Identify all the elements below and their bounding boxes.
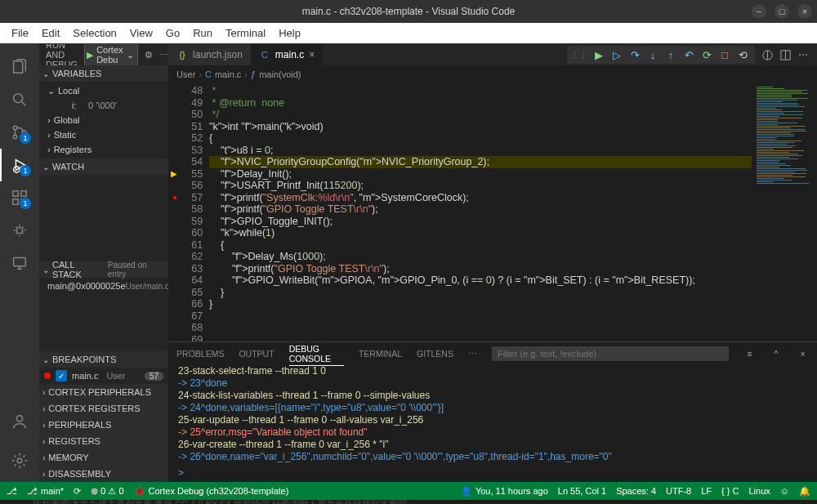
more-icon[interactable]: ⋯ (159, 50, 168, 60)
c-file-icon: C (259, 50, 270, 60)
continue-button[interactable]: ▶ (590, 46, 608, 64)
status-spaces[interactable]: Spaces: 4 (616, 486, 656, 496)
reset-button[interactable]: ⟲ (734, 46, 752, 64)
menu-edit[interactable]: Edit (35, 24, 66, 42)
breadcrumb-function[interactable]: main(void) (259, 69, 301, 79)
blame-text: You, 11 hours ago (475, 486, 548, 496)
status-feedback-icon[interactable]: ☺ (780, 486, 789, 496)
cortex-registers-header[interactable]: ›CORTEX REGISTERS (39, 400, 168, 417)
panel-filter-icon[interactable]: ≡ (743, 349, 756, 359)
panel-tab-output[interactable]: OUTPUT (239, 347, 274, 360)
callstack-frame[interactable]: main@0x0000025e User/main.c 55 (39, 278, 168, 294)
panel-tab-terminal[interactable]: TERMINAL (359, 347, 402, 360)
panel-tab-more[interactable]: ⋯ (468, 347, 477, 360)
status-eol[interactable]: LF (701, 486, 712, 496)
close-button[interactable]: × (797, 4, 812, 19)
status-branch[interactable]: ⎇ main* (27, 486, 64, 497)
tab-main-c[interactable]: Cmain.c× (251, 44, 323, 65)
debug-console-output[interactable]: 23-stack-select-frame --thread 1 0-> 23^… (168, 365, 817, 464)
activity-search[interactable] (0, 83, 39, 116)
close-tab-icon[interactable]: × (309, 49, 315, 60)
scope-local[interactable]: ⌄Local (39, 83, 168, 98)
activity-test[interactable] (0, 214, 39, 247)
panel-tab-gitlens[interactable]: GITLENS (417, 347, 453, 360)
breakpoints-title: BREAKPOINTS (52, 355, 116, 364)
scope-registers[interactable]: ›Registers (39, 142, 168, 157)
more-actions-icon[interactable]: ⋯ (794, 46, 812, 64)
status-position[interactable]: Ln 55, Col 1 (558, 486, 606, 496)
variables-header[interactable]: ⌄VARIABLES (39, 65, 168, 82)
status-bell-icon[interactable]: 🔔 (799, 486, 810, 497)
breakpoint-checkbox[interactable]: ✓ (56, 370, 67, 381)
breakpoint-entry[interactable]: ✓ main.c User 57 (39, 368, 168, 384)
grip-icon[interactable]: ⋮⋮ (570, 50, 588, 60)
panel-tab-debug-console[interactable]: DEBUG CONSOLE (289, 342, 344, 366)
minimize-button[interactable]: − (752, 4, 766, 19)
breadcrumb[interactable]: User› Cmain.c› ƒmain(void) (168, 65, 817, 83)
step-over-button[interactable]: ↷ (626, 46, 644, 64)
var-value: 0 '\000' (88, 100, 117, 110)
gear-icon[interactable]: ⚙ (145, 50, 153, 60)
watch-header[interactable]: ⌄WATCH (39, 158, 168, 175)
disassembly-header[interactable]: ›DISASSEMBLY (39, 466, 168, 482)
frame-function: main@0x0000025e (47, 281, 126, 291)
panel-maximize-icon[interactable]: ^ (770, 349, 783, 359)
activity-run-debug[interactable]: 1 (0, 149, 39, 181)
activity-account[interactable] (0, 405, 39, 438)
scope-registers-label: Registers (54, 145, 92, 154)
svg-rect-10 (14, 258, 26, 266)
variable-i[interactable]: i: 0 '\000' (39, 98, 168, 113)
step-into-button[interactable]: ↓ (644, 46, 662, 64)
breakpoints-header[interactable]: ⌄BREAKPOINTS (39, 351, 168, 368)
code-content[interactable]: * * @return none */"k">int "f">main("k">… (209, 83, 752, 341)
activity-explorer[interactable] (0, 51, 39, 83)
menu-go[interactable]: Go (159, 24, 186, 42)
debug-toolbar: ⋮⋮ ▶ ▷ ↷ ↓ ↑ ↶ ⟳ □ ⟲ (567, 46, 755, 64)
status-blame[interactable]: 👤 You, 11 hours ago (461, 486, 548, 497)
panel-close-icon[interactable]: × (797, 349, 809, 359)
step-back-button[interactable]: ↶ (680, 46, 698, 64)
status-language[interactable]: { } C (721, 486, 739, 496)
layout-icon[interactable] (776, 46, 794, 64)
scope-global[interactable]: ›Global (39, 113, 168, 127)
registers-header[interactable]: ›REGISTERS (39, 433, 168, 449)
menu-file[interactable]: File (5, 24, 35, 42)
activity-remote[interactable] (0, 247, 39, 279)
stop-button[interactable]: □ (716, 46, 734, 64)
activity-extensions[interactable]: 1 (0, 181, 39, 214)
menu-terminal[interactable]: Terminal (219, 24, 272, 42)
launch-config-dropdown[interactable]: ▶ Cortex Debu ⌄ (84, 44, 137, 66)
debug-console-input[interactable]: > (168, 464, 817, 482)
status-os[interactable]: Linux (748, 486, 770, 496)
callstack-status: Paused on entry (108, 261, 165, 279)
status-problems[interactable]: ⊗ 0 ⚠ 0 (91, 486, 123, 497)
status-debug-target[interactable]: 🐞 Cortex Debug (ch32v208-template) (134, 486, 289, 497)
restart-button[interactable]: ⟳ (698, 46, 716, 64)
menu-view[interactable]: View (123, 24, 159, 42)
maximize-button[interactable]: □ (775, 4, 789, 19)
step-out-button[interactable]: ↑ (662, 46, 680, 64)
gutter[interactable]: 48495051525354▶5556●57585960616263646566… (168, 83, 209, 341)
panel-tab-problems[interactable]: PROBLEMS (176, 347, 224, 360)
activity-scm[interactable]: 1 (0, 116, 39, 149)
continue-play-button[interactable]: ▷ (608, 46, 626, 64)
status-sync[interactable]: ⟳ (74, 486, 81, 497)
remote-indicator[interactable]: ⎇ (7, 486, 17, 497)
callstack-header[interactable]: ⌄CALL STACKPaused on entry (39, 261, 168, 278)
menu-selection[interactable]: Selection (66, 24, 123, 42)
code-editor[interactable]: 48495051525354▶5556●57585960616263646566… (168, 83, 817, 341)
status-encoding[interactable]: UTF-8 (666, 486, 691, 496)
breadcrumb-file[interactable]: main.c (215, 69, 241, 79)
menu-help[interactable]: Help (272, 24, 307, 42)
minimap[interactable] (752, 83, 817, 341)
tab-launch-json[interactable]: {}launch.json (168, 44, 251, 65)
panel-filter-input[interactable] (492, 346, 729, 361)
activity-settings[interactable] (0, 444, 39, 477)
scope-static[interactable]: ›Static (39, 127, 168, 142)
breadcrumb-user[interactable]: User (176, 69, 195, 79)
peripherals-header[interactable]: ›PERIPHERALS (39, 417, 168, 433)
split-editor-icon[interactable] (758, 46, 776, 64)
menu-run[interactable]: Run (186, 24, 219, 42)
cortex-peripherals-header[interactable]: ›CORTEX PERIPHERALS (39, 384, 168, 400)
memory-header[interactable]: ›MEMORY (39, 449, 168, 466)
